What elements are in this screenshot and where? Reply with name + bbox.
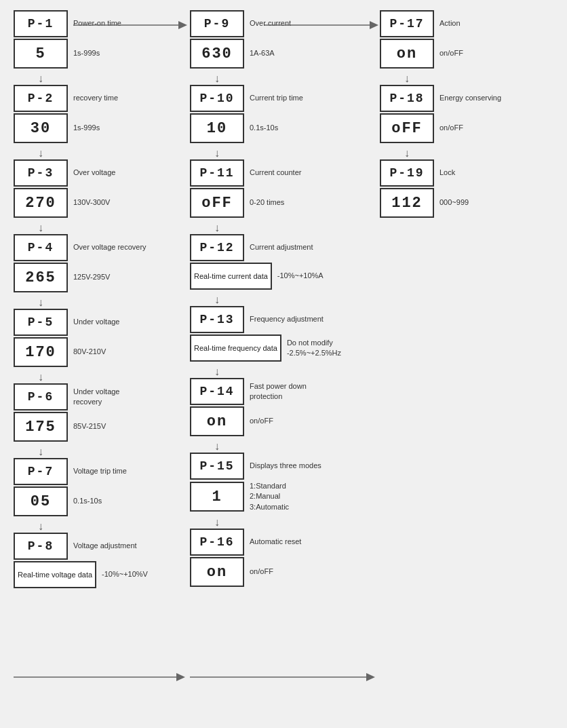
- p8-label-box: P-8: [14, 533, 68, 560]
- param-p2: P-2 recovery time 30 1s-999s: [14, 85, 118, 145]
- p12-range: -10%~+10%A: [277, 271, 324, 281]
- p17-range: on/oFF: [439, 48, 463, 58]
- p6-range: 85V-215V: [73, 421, 106, 432]
- param-p15: P-15 Displays three modes 1 1:Standard 2…: [190, 453, 321, 514]
- arrow-p17-p18: ↓: [380, 73, 434, 85]
- p7-range: 0.1s-10s: [73, 496, 102, 506]
- column-2: P-9 Over current 630 1A-63A ↓ P-10 Curre…: [190, 10, 341, 591]
- arrow-p3-p4: ↓: [14, 222, 68, 234]
- svg-marker-3: [370, 21, 378, 29]
- p9-range: 1A-63A: [250, 48, 275, 58]
- p5-label-box: P-5: [14, 309, 68, 336]
- param-p12: P-12 Current adjustment Real-time curren…: [190, 234, 324, 291]
- p14-range: on/oFF: [250, 416, 273, 426]
- p15-label-box: P-15: [190, 453, 244, 480]
- p15-range: 1:Standard 2:Manual 3:Automatic: [250, 481, 289, 512]
- arrow-p5-p6: ↓: [14, 371, 68, 383]
- p15-desc: Displays three modes: [250, 461, 321, 471]
- p14-desc: Fast power down protection: [250, 381, 324, 402]
- param-p3: P-3 Over voltage 270 130V-300V: [14, 159, 115, 219]
- p12-label-box: P-12: [190, 234, 244, 261]
- p7-value-box: 05: [14, 486, 68, 516]
- arrow-p6-p7: ↓: [14, 446, 68, 458]
- p6-value-box: 175: [14, 412, 68, 442]
- p8-value-box: Real-time voltage data: [14, 561, 96, 588]
- p12-value-box: Real-time current data: [190, 263, 272, 290]
- arrow-p1-p2: ↓: [14, 73, 68, 85]
- p5-value-box: 170: [14, 337, 68, 367]
- p7-label-box: P-7: [14, 458, 68, 485]
- diagram-container: P-1 Power-on time 5 1s-999s ↓ P-2 recove…: [0, 0, 567, 728]
- p5-range: 80V-210V: [73, 347, 106, 357]
- p19-label-box: P-19: [380, 159, 434, 187]
- bottom-line-col1: [14, 667, 190, 687]
- p16-value-box: on: [190, 557, 244, 587]
- p10-range: 0.1s-10s: [250, 123, 278, 133]
- p3-label-box: P-3: [14, 159, 68, 187]
- p4-desc: Over voltage recovery: [73, 242, 146, 252]
- svg-marker-7: [366, 673, 375, 681]
- p19-value-box: 112: [380, 188, 434, 218]
- param-p5: P-5 Under voltage 170 80V-210V: [14, 309, 120, 368]
- arrow-p11-p12: ↓: [190, 222, 244, 234]
- p11-label-box: P-11: [190, 159, 244, 187]
- p16-range: on/oFF: [250, 567, 273, 577]
- p4-range: 125V-295V: [73, 272, 110, 282]
- p6-desc: Under voltage recovery: [73, 387, 148, 408]
- p4-label-box: P-4: [14, 234, 68, 261]
- p7-desc: Voltage trip time: [73, 466, 127, 476]
- param-p7: P-7 Voltage trip time 05 0.1s-10s: [14, 458, 127, 518]
- column-1: P-1 Power-on time 5 1s-999s ↓ P-2 recove…: [14, 10, 148, 592]
- arrow-p18-p19: ↓: [380, 147, 434, 159]
- p2-value-box: 30: [14, 113, 68, 143]
- p12-desc: Current adjustment: [250, 242, 313, 252]
- param-p18: P-18 Energy conserving oFF on/oFF: [380, 85, 501, 145]
- arrow-col1-col2-top: [73, 15, 190, 35]
- p19-desc: Lock: [439, 168, 455, 178]
- p10-label-box: P-10: [190, 85, 244, 112]
- svg-marker-5: [176, 673, 185, 681]
- p17-desc: Action: [439, 18, 461, 28]
- arrow-p14-p15: ↓: [190, 440, 244, 453]
- param-p14: P-14 Fast power down protection on on/oF…: [190, 378, 324, 438]
- p2-label-box: P-2: [14, 85, 68, 112]
- p19-range: 000~999: [439, 197, 469, 208]
- param-p19: P-19 Lock 112 000~999: [380, 159, 469, 219]
- p11-range: 0-20 times: [250, 197, 284, 208]
- p17-label-box: P-17: [380, 10, 434, 37]
- param-p10: P-10 Current trip time 10 0.1s-10s: [190, 85, 303, 145]
- column-3: P-17 Action on on/oFF ↓ P-18 Energy cons…: [380, 10, 501, 222]
- p13-desc: Frequency adjustment: [250, 314, 324, 324]
- param-p16: P-16 Automatic reset on on/oFF: [190, 529, 301, 588]
- p2-range: 1s-999s: [73, 123, 100, 133]
- p18-label-box: P-18: [380, 85, 434, 112]
- p14-value-box: on: [190, 406, 244, 436]
- p1-value-box: 5: [14, 39, 68, 69]
- p10-desc: Current trip time: [250, 93, 303, 103]
- p15-value-box: 1: [190, 482, 244, 512]
- p5-desc: Under voltage: [73, 317, 120, 327]
- arrow-p7-p8: ↓: [14, 520, 68, 533]
- p10-value-box: 10: [190, 113, 244, 143]
- p18-value-box: oFF: [380, 113, 434, 143]
- p8-desc: Voltage adjustment: [73, 541, 137, 551]
- p6-label-box: P-6: [14, 383, 68, 410]
- param-p8: P-8 Voltage adjustment Real-time voltage…: [14, 533, 148, 590]
- arrow-col2-col3-top: [265, 15, 381, 35]
- p1-range: 1s-999s: [73, 48, 100, 58]
- p3-value-box: 270: [14, 188, 68, 218]
- arrow-p13-p14: ↓: [190, 366, 244, 378]
- arrow-p12-p13: ↓: [190, 294, 244, 306]
- p14-label-box: P-14: [190, 378, 244, 405]
- p8-range: -10%~+10%V: [102, 569, 148, 579]
- arrow-p15-p16: ↓: [190, 516, 244, 529]
- p13-range: Do not modify -2.5%~+2.5%Hz: [287, 338, 341, 359]
- p9-label-box: P-9: [190, 10, 244, 37]
- param-p6: P-6 Under voltage recovery 175 85V-215V: [14, 383, 148, 443]
- param-p4: P-4 Over voltage recovery 265 125V-295V: [14, 234, 146, 294]
- svg-marker-1: [178, 21, 187, 29]
- p9-value-box: 630: [190, 39, 244, 69]
- p1-label-box: P-1: [14, 10, 68, 37]
- p16-label-box: P-16: [190, 529, 244, 556]
- arrow-p4-p5: ↓: [14, 296, 68, 309]
